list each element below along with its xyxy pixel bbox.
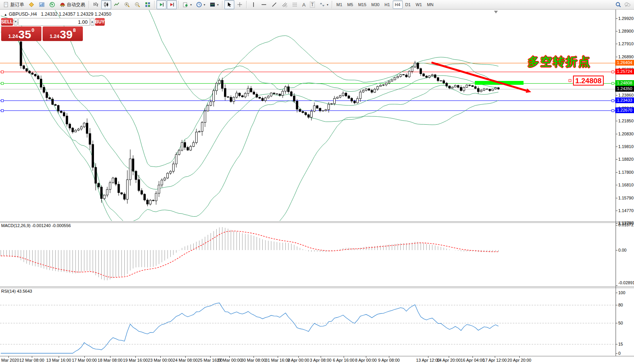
tab-timeframe-m15[interactable]: M15 [356, 0, 369, 9]
gold-tag-icon [28, 2, 35, 8]
auto-trading-label: 自动交易 [67, 2, 85, 8]
equidistant-channel-button[interactable] [280, 0, 290, 9]
tab-timeframe-m5[interactable]: M5 [345, 0, 355, 9]
crosshair-button[interactable] [235, 0, 245, 9]
fibonacci-button[interactable] [290, 0, 300, 9]
chevron-down-icon: ▾ [190, 3, 192, 7]
tile-windows-icon [145, 2, 151, 8]
toolbar-separator [332, 1, 333, 8]
auto-trading-button[interactable]: 自动交易 [58, 0, 87, 9]
trendline-button[interactable] [269, 0, 279, 9]
new-order-icon [3, 2, 9, 8]
toolbar: 新订单 自动交易 [0, 0, 634, 10]
buy-price-big: 39 [60, 29, 72, 40]
chevron-down-icon: ▾ [327, 3, 328, 7]
tab-timeframe-m30[interactable]: M30 [369, 0, 382, 9]
periods-button[interactable]: ▾ [194, 0, 207, 9]
text-label-icon: T [310, 2, 315, 8]
buy-price-prefix: 1.24 [50, 33, 59, 39]
chat-icon[interactable] [624, 2, 631, 8]
templates-button[interactable]: ▾ [207, 0, 221, 9]
sell-button[interactable]: SELL [1, 18, 13, 26]
bar-chart-icon [93, 2, 99, 8]
candlestick-chart-button[interactable] [101, 0, 111, 9]
volume-down-button[interactable]: ▼ [14, 18, 18, 26]
volume-input[interactable] [18, 18, 90, 26]
text-button[interactable]: A [300, 0, 308, 9]
tab-timeframe-d1[interactable]: D1 [403, 0, 413, 9]
new-order-label: 新订单 [10, 2, 24, 8]
candlestick-chart-icon [103, 2, 109, 8]
search-icon[interactable] [615, 2, 621, 8]
volume-up-button[interactable]: ▲ [91, 18, 94, 26]
horizontal-line-button[interactable] [259, 0, 269, 9]
signal-icon [49, 2, 55, 8]
chevron-down-icon: ▾ [217, 3, 219, 7]
zoom-out-button[interactable] [132, 0, 142, 9]
tab-timeframe-mn[interactable]: MN [425, 0, 436, 9]
new-chart-button[interactable]: ▾ [181, 0, 194, 9]
fibonacci-icon [292, 2, 298, 8]
arrows-button[interactable]: ▾ [317, 0, 330, 9]
zoom-in-icon [124, 2, 130, 8]
toolbar-separator [154, 1, 155, 8]
chart-shift-button[interactable] [167, 0, 177, 9]
zoom-out-icon [134, 2, 140, 8]
auto-scroll-button[interactable] [156, 0, 166, 9]
sell-price-prefix: 1.24 [8, 33, 18, 39]
tab-timeframe-h4[interactable]: H4 [393, 0, 403, 9]
price-callout-label[interactable]: 1.24808 [573, 76, 604, 86]
cursor-icon [226, 2, 232, 8]
macd-indicator-label: MACD(12,26,9) -0.001240 -0.000556 [1, 223, 71, 228]
chart-area[interactable]: 1.299201.289001.279101.268901.258801.238… [0, 0, 634, 364]
market-watch-button[interactable] [37, 0, 47, 9]
toolbar-separator [222, 1, 223, 8]
channel-icon [282, 2, 288, 8]
new-chart-icon [183, 2, 189, 8]
chart-title: ▲GBPUSD-,H4 1.24332 1.24357 1.24329 1.24… [4, 12, 111, 17]
text-label-button[interactable]: T [308, 0, 317, 9]
line-chart-icon [114, 2, 120, 8]
mt4-window: 新订单 自动交易 [0, 0, 634, 364]
new-order-button[interactable]: 新订单 [1, 0, 26, 9]
text-a-icon: A [302, 2, 306, 8]
cursor-button[interactable] [224, 0, 234, 9]
toolbar-separator [246, 1, 247, 8]
buy-price-sup: 8 [73, 27, 76, 33]
toolbar-separator [89, 1, 89, 8]
buy-price-panel[interactable]: 1.24 39 8 [43, 26, 83, 41]
line-chart-button[interactable] [112, 0, 122, 9]
vertical-line-button[interactable] [249, 0, 259, 9]
sell-price-sup: 0 [31, 27, 34, 33]
favorites-button[interactable] [26, 0, 36, 9]
tab-timeframe-w1[interactable]: W1 [413, 0, 425, 9]
trendline-icon [271, 2, 277, 8]
buy-button[interactable]: BUY [95, 18, 105, 26]
market-chart-icon [39, 2, 45, 8]
chevron-down-icon: ▾ [204, 3, 205, 7]
signals-button[interactable] [47, 0, 57, 9]
tile-windows-button[interactable] [143, 0, 153, 9]
auto-trading-icon [59, 2, 66, 8]
chart-shift-icon [169, 2, 175, 8]
zoom-in-button[interactable] [122, 0, 132, 9]
sell-price-panel[interactable]: 1.24 35 0 [1, 26, 41, 41]
toolbar-separator [178, 1, 179, 8]
one-click-trading-panel: SELL ▼ ▲ BUY 1.24 35 0 1.24 39 8 [1, 18, 83, 41]
arrows-icon [319, 2, 325, 8]
horizontal-line-icon [261, 2, 267, 8]
tab-timeframe-m1[interactable]: M1 [334, 0, 344, 9]
ohlc-readout: 1.24332 1.24357 1.24329 1.24350 [41, 12, 112, 17]
sell-price-big: 35 [18, 29, 31, 40]
vertical-line-icon [250, 2, 257, 8]
template-icon [209, 2, 216, 8]
auto-scroll-icon [158, 2, 165, 8]
symbol-period-label: GBPUSD-,H4 [9, 12, 37, 17]
crosshair-icon [237, 2, 243, 8]
clock-icon [196, 2, 202, 8]
tab-timeframe-h1[interactable]: H1 [382, 0, 392, 9]
expand-panel-icon[interactable]: ▲ [4, 13, 7, 16]
bar-chart-button[interactable] [91, 0, 101, 9]
chart-shift-marker[interactable] [494, 11, 498, 13]
turning-point-annotation[interactable]: 多空转折点 [528, 54, 591, 70]
